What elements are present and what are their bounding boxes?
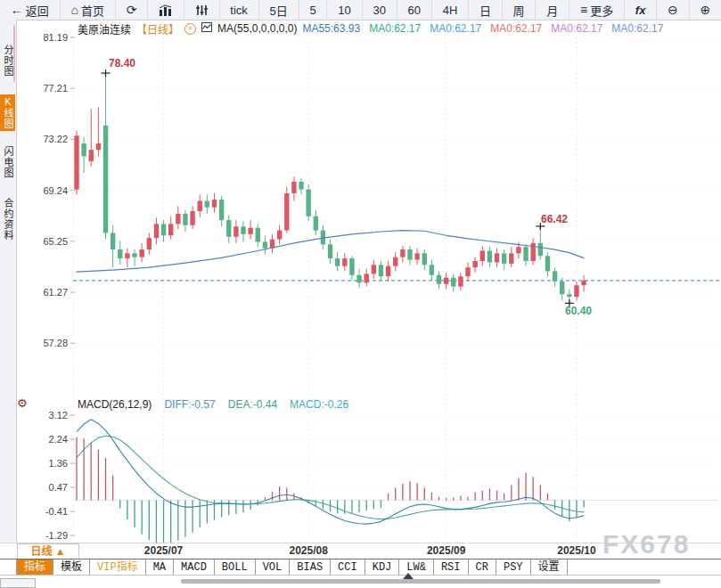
tab-settings[interactable]: 设置: [531, 559, 568, 575]
ma-parameters: MA(55,0,0,0,0,0): [217, 22, 297, 35]
macd-value-2: MACD:-0.26: [290, 398, 348, 411]
macd-value-1: DEA:-0.44: [228, 398, 277, 411]
tab-bias[interactable]: BIAS: [290, 559, 331, 575]
ma-value-5: MA0:62.17: [611, 22, 663, 35]
price-tick-label: 57.28: [16, 338, 68, 348]
price-tick-label: 61.27: [16, 287, 68, 298]
tab-rsi[interactable]: RSI: [434, 559, 469, 575]
ma-value-4: MA0:62.17: [551, 22, 602, 35]
macd-tick-label: 2.24: [16, 434, 68, 445]
period-tag: 【日线】: [136, 21, 179, 37]
indicator-tabs-row: 指标模板VIP指标MAMACDBOLLVOLBIASCCIKDJLW&RSICR…: [0, 559, 721, 576]
macd-tick-label: -1.29: [16, 530, 68, 541]
scrollbar-handle-icon[interactable]: [403, 573, 414, 579]
visibility-toggle-icon[interactable]: =: [184, 23, 196, 35]
price-tick-label: 73.22: [16, 134, 68, 144]
chart-canvas[interactable]: [0, 0, 721, 588]
ma-value-labels: MA55:63.93MA0:62.17MA0:62.17MA0:62.17MA0…: [302, 22, 663, 35]
macd-tick-label: -0.41: [16, 506, 68, 517]
tab-cci[interactable]: CCI: [331, 559, 365, 575]
price-tick-label: 65.25: [16, 236, 68, 247]
ma-value-3: MA0:62.17: [490, 22, 542, 35]
indicator-chart-icon[interactable]: [201, 22, 212, 35]
tab-ma[interactable]: MA: [146, 559, 174, 575]
chart-app-window: ←返回⌂首页⟳tick5日51030604H日周月≡更多fx⊖⊕ 分时图K线图闪…: [0, 0, 721, 588]
macd-tick-label: 0.47: [16, 482, 68, 493]
x-axis-label: 2025/08: [289, 544, 327, 557]
macd-tick-label: 1.36: [16, 458, 68, 469]
symbol-title: 美原油连续: [78, 21, 131, 37]
price-tick-label: 77.21: [16, 83, 68, 94]
horizontal-scrollbar[interactable]: [181, 579, 660, 584]
tab-indicator[interactable]: 指标: [16, 559, 53, 575]
tab-kdj[interactable]: KDJ: [365, 559, 400, 575]
ma-value-1: MA0:62.17: [369, 22, 421, 35]
tab-psy[interactable]: PSY: [496, 559, 531, 575]
tab-cr[interactable]: CR: [469, 559, 496, 575]
macd-panel-header: MACD(26,12,9) DIFF:-0.57DEA:-0.44MACD:-0…: [78, 398, 348, 411]
bottom-left-partial-box: [0, 578, 36, 588]
price-tick-label: 81.19: [16, 32, 68, 43]
tab-vol[interactable]: VOL: [256, 559, 291, 575]
indicator-settings-icon[interactable]: ⚙: [17, 397, 28, 409]
macd-value-0: DIFF:-0.57: [164, 398, 215, 411]
macd-tick-label: 3.12: [16, 410, 68, 421]
x-axis-label: 2025/07: [144, 544, 183, 557]
macd-parameters: MACD(26,12,9): [78, 398, 152, 411]
period-selector-button[interactable]: 日线 ▲: [17, 543, 79, 559]
price-annotation: 66.42: [541, 213, 568, 225]
price-panel-header: 美原油连续 【日线】 = MA(55,0,0,0,0,0) MA55:63.93…: [78, 22, 663, 35]
ma-value-0: MA55:63.93: [302, 22, 360, 35]
price-annotation: 78.40: [109, 57, 135, 69]
price-tick-label: 69.24: [16, 185, 68, 196]
fx678-watermark: FX678: [602, 529, 690, 559]
ma-value-2: MA0:62.17: [430, 22, 481, 35]
price-annotation: 60.40: [565, 305, 592, 317]
tab-vip-indicator[interactable]: VIP指标: [90, 559, 146, 575]
x-axis-label: 2025/09: [427, 544, 465, 557]
tab-boll[interactable]: BOLL: [215, 559, 256, 575]
x-axis-label: 2025/10: [557, 544, 595, 557]
tab-macd[interactable]: MACD: [174, 559, 215, 575]
tab-template[interactable]: 模板: [53, 559, 90, 575]
macd-value-labels: DIFF:-0.57DEA:-0.44MACD:-0.26: [164, 398, 348, 411]
